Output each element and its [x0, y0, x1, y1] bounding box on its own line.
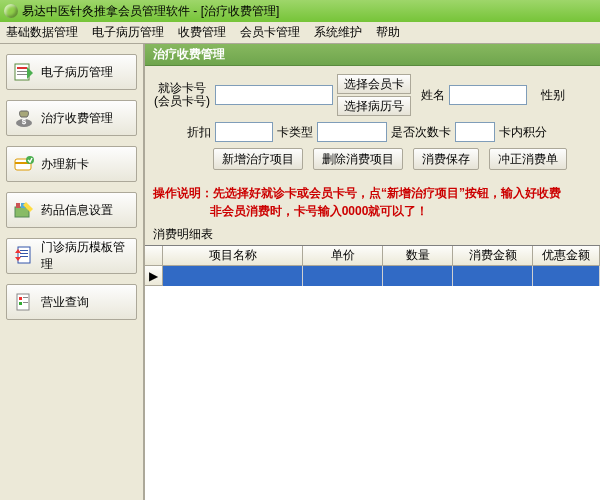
menubar: 基础数据管理 电子病历管理 收费管理 会员卡管理 系统维护 帮助 [0, 22, 600, 44]
menu-item[interactable]: 收费管理 [178, 24, 226, 41]
money-icon: $ [13, 107, 35, 129]
grid-col-price[interactable]: 单价 [303, 246, 383, 266]
sidebar: 电子病历管理 $ 治疗收费管理 办理新卡 药品信息设置 门诊病历模板管理 营业查… [0, 44, 145, 500]
menu-item[interactable]: 基础数据管理 [6, 24, 78, 41]
titlebar: 易达中医针灸推拿会员管理软件 - [治疗收费管理] [0, 0, 600, 22]
card-number-input[interactable] [215, 85, 333, 105]
grid-body[interactable] [145, 286, 600, 500]
sidebar-item-billing[interactable]: $ 治疗收费管理 [6, 100, 137, 136]
grid-corner [145, 246, 163, 266]
grid-col-name[interactable]: 项目名称 [163, 246, 303, 266]
svg-text:$: $ [22, 117, 27, 126]
card-label: 就诊卡号 (会员卡号) [153, 82, 211, 108]
app-icon [4, 4, 18, 18]
sidebar-item-newcard[interactable]: 办理新卡 [6, 146, 137, 182]
sidebar-item-records[interactable]: 电子病历管理 [6, 54, 137, 90]
app-title: 易达中医针灸推拿会员管理软件 - [治疗收费管理] [22, 3, 279, 20]
discount-input[interactable] [215, 122, 273, 142]
svg-rect-17 [19, 297, 22, 300]
reverse-button[interactable]: 冲正消费单 [489, 148, 567, 170]
grid-col-qty[interactable]: 数量 [383, 246, 453, 266]
sidebar-item-label: 门诊病历模板管理 [41, 239, 130, 273]
sidebar-item-label: 营业查询 [41, 294, 89, 311]
grid-col-discount[interactable]: 优惠金额 [533, 246, 600, 266]
name-label: 姓名 [421, 87, 445, 104]
menu-item[interactable]: 帮助 [376, 24, 400, 41]
grid-row-selected[interactable]: ▶ [145, 266, 600, 286]
sidebar-item-label: 药品信息设置 [41, 202, 113, 219]
cardtype-input[interactable] [317, 122, 387, 142]
sidebar-item-label: 办理新卡 [41, 156, 89, 173]
sidebar-item-medicine[interactable]: 药品信息设置 [6, 192, 137, 228]
delete-item-button[interactable]: 删除消费项目 [313, 148, 403, 170]
iscount-label: 是否次数卡 [391, 124, 451, 141]
svg-rect-20 [23, 302, 28, 303]
points-label: 卡内积分 [499, 124, 547, 141]
sidebar-item-label: 电子病历管理 [41, 64, 113, 81]
sidebar-item-label: 治疗收费管理 [41, 110, 113, 127]
records-icon [13, 61, 35, 83]
query-icon [13, 291, 35, 313]
svg-rect-3 [17, 74, 27, 75]
main-panel: 治疗收费管理 就诊卡号 (会员卡号) 选择会员卡 选择病历号 姓名 性别 折扣 [145, 44, 600, 500]
detail-grid[interactable]: 项目名称 单价 数量 消费金额 优惠金额 ▶ [145, 245, 600, 500]
menu-item[interactable]: 系统维护 [314, 24, 362, 41]
svg-rect-10 [16, 203, 20, 208]
grid-header: 项目名称 单价 数量 消费金额 优惠金额 [145, 246, 600, 266]
instruction-text: 操作说明：先选择好就诊卡或会员卡号，点“新增治疗项目”按钮，输入好收费 非会员消… [145, 182, 600, 224]
save-button[interactable]: 消费保存 [413, 148, 479, 170]
sidebar-item-query[interactable]: 营业查询 [6, 284, 137, 320]
sidebar-item-template[interactable]: 门诊病历模板管理 [6, 238, 137, 274]
svg-rect-18 [19, 302, 22, 305]
menu-item[interactable]: 会员卡管理 [240, 24, 300, 41]
svg-rect-14 [20, 253, 28, 254]
discount-label: 折扣 [153, 124, 211, 141]
svg-rect-12 [18, 247, 30, 263]
grid-caption: 消费明细表 [145, 224, 600, 245]
name-input[interactable] [449, 85, 527, 105]
medicine-icon [13, 199, 35, 221]
gender-label: 性别 [541, 87, 565, 104]
grid-col-amount[interactable]: 消费金额 [453, 246, 533, 266]
add-item-button[interactable]: 新增治疗项目 [213, 148, 303, 170]
select-member-button[interactable]: 选择会员卡 [337, 74, 411, 94]
template-icon [13, 245, 35, 267]
svg-rect-15 [20, 256, 28, 257]
panel-title: 治疗收费管理 [145, 44, 600, 66]
card-icon [13, 153, 35, 175]
svg-rect-19 [23, 297, 28, 298]
iscount-input[interactable] [455, 122, 495, 142]
cardtype-label: 卡类型 [277, 124, 313, 141]
svg-rect-13 [20, 250, 28, 251]
form-area: 就诊卡号 (会员卡号) 选择会员卡 选择病历号 姓名 性别 折扣 卡类型 是否次… [145, 66, 600, 182]
svg-rect-2 [17, 71, 27, 72]
menu-item[interactable]: 电子病历管理 [92, 24, 164, 41]
row-indicator-icon: ▶ [145, 266, 163, 286]
select-record-button[interactable]: 选择病历号 [337, 96, 411, 116]
svg-rect-1 [17, 67, 27, 69]
